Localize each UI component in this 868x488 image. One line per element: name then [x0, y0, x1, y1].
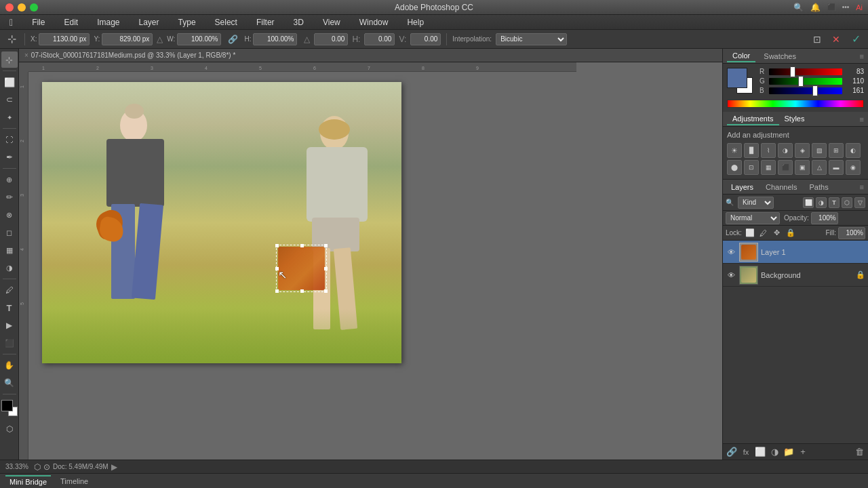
hue-sat-adj[interactable]: ▧	[812, 143, 827, 158]
path-select-tool[interactable]: ▶	[1, 317, 18, 333]
x-input[interactable]	[39, 33, 90, 45]
fg-swatch[interactable]	[727, 68, 747, 88]
marquee-rect-tool[interactable]: ⬜	[1, 74, 18, 90]
selective-color-adj[interactable]: ◉	[846, 160, 861, 175]
y-input[interactable]	[102, 33, 153, 45]
h2-input[interactable]	[364, 33, 395, 45]
interpolation-select[interactable]: Bicubic Bilinear Nearest Neighbor	[496, 33, 567, 45]
add-mask-button[interactable]: ⬜	[754, 446, 766, 458]
new-adjustment-button[interactable]: ◑	[768, 446, 781, 458]
menu-image[interactable]: Image	[93, 16, 123, 28]
background-visibility[interactable]: 👁	[726, 270, 736, 281]
exposure-adj[interactable]: ◑	[778, 143, 793, 158]
levels-adj[interactable]: ▉	[744, 143, 759, 158]
gradient-tool[interactable]: ▦	[1, 242, 18, 258]
color-spectrum[interactable]	[727, 100, 864, 108]
v-input[interactable]	[410, 33, 441, 45]
fill-input[interactable]	[838, 227, 865, 239]
tab-color[interactable]: Color	[727, 50, 755, 62]
color-lookup-adj[interactable]: ▦	[761, 160, 776, 175]
crop-tool[interactable]: ⛶	[1, 131, 18, 148]
filter-adj-icon[interactable]: ◑	[816, 197, 827, 208]
vibrance-adj[interactable]: ◈	[795, 143, 810, 158]
notification-icon[interactable]: 🔔	[810, 3, 821, 12]
clone-stamp-tool[interactable]: ⊗	[1, 207, 18, 223]
filter-shape-icon[interactable]: ⬡	[842, 197, 852, 208]
menu-3d[interactable]: 3D	[290, 16, 308, 28]
brush-preview-icon[interactable]: ⊙	[43, 462, 50, 472]
tab-timeline[interactable]: Timeline	[56, 476, 92, 487]
spotlight-icon[interactable]: 🔍	[793, 3, 804, 12]
w-input[interactable]	[177, 33, 221, 45]
menu-select[interactable]: Select	[211, 16, 241, 28]
tab-adjustments[interactable]: Adjustments	[727, 113, 779, 125]
color-panel-menu[interactable]: ≡	[860, 52, 864, 60]
delete-layer-button[interactable]: 🗑	[853, 446, 865, 458]
minimize-button[interactable]	[18, 3, 26, 12]
new-layer-button[interactable]: +	[797, 446, 809, 458]
eraser-tool[interactable]: ◻	[1, 224, 18, 241]
canvas-viewport[interactable]: ↖	[28, 72, 576, 460]
adj-panel-menu[interactable]: ≡	[860, 115, 864, 123]
layer1-visibility[interactable]: 👁	[726, 247, 736, 258]
photo-filter-adj[interactable]: ⬤	[727, 160, 742, 175]
brush-tool[interactable]: ✏	[1, 189, 18, 205]
filter-type-icon[interactable]: T	[829, 197, 840, 208]
gradient-map-adj[interactable]: ▬	[829, 160, 844, 175]
r-thumb[interactable]	[790, 66, 795, 77]
close-button[interactable]	[5, 3, 14, 12]
lock-all-icon[interactable]: 🔒	[785, 228, 796, 239]
brightness-contrast-adj[interactable]: ☀	[727, 143, 742, 158]
link-layers-button[interactable]: 🔗	[726, 446, 738, 458]
menu-window[interactable]: Window	[355, 16, 393, 28]
layers-panel-menu[interactable]: ≡	[860, 183, 864, 191]
menu-help[interactable]: Help	[403, 16, 428, 28]
cancel-transform-button[interactable]: ✕	[829, 32, 844, 47]
lock-image-icon[interactable]: 🖊	[758, 228, 769, 239]
r-slider[interactable]	[769, 68, 842, 75]
menu-apple[interactable]: 	[5, 16, 17, 29]
opacity-input[interactable]	[811, 212, 838, 224]
menu-edit[interactable]: Edit	[60, 16, 82, 28]
filter-smart-icon[interactable]: ▽	[854, 197, 865, 208]
layer-filter-select[interactable]: Kind Name Effect	[738, 197, 774, 209]
zoom-tool[interactable]: 🔍	[1, 375, 18, 391]
menu-layer[interactable]: Layer	[135, 16, 163, 28]
new-group-button[interactable]: 📁	[783, 446, 795, 458]
invert-adj[interactable]: ⬛	[778, 160, 793, 175]
tab-mini-bridge[interactable]: Mini Bridge	[5, 475, 51, 487]
quick-select-tool[interactable]: ✦	[1, 109, 18, 125]
menu-file[interactable]: File	[28, 16, 49, 28]
layer-item-background[interactable]: 👁 Background 🔒	[723, 264, 868, 287]
pen-tool[interactable]: 🖊	[1, 282, 18, 298]
lock-pixels-icon[interactable]: ⬜	[745, 228, 755, 239]
color-balance-adj[interactable]: ⊞	[829, 143, 844, 158]
shape-tool[interactable]: ⬛	[1, 335, 18, 351]
tab-layers[interactable]: Layers	[727, 182, 757, 192]
menu-view[interactable]: View	[319, 16, 344, 28]
h-input[interactable]	[253, 33, 297, 45]
lock-position-icon[interactable]: ✥	[772, 228, 783, 239]
play-button[interactable]: ▶	[111, 462, 117, 472]
g-slider[interactable]	[769, 78, 842, 85]
rotation-input[interactable]	[314, 33, 348, 45]
menu-filter[interactable]: Filter	[252, 16, 279, 28]
g-thumb[interactable]	[798, 76, 804, 87]
add-layer-style-button[interactable]: fx	[740, 446, 752, 458]
healing-brush-tool[interactable]: ⊕	[1, 171, 18, 188]
channel-mixer-adj[interactable]: ⊡	[744, 160, 759, 175]
blend-mode-select[interactable]: Normal Multiply Screen Overlay	[726, 212, 780, 224]
commit-transform-button[interactable]: ✓	[848, 31, 864, 47]
threshold-adj[interactable]: △	[812, 160, 827, 175]
quick-mask-button[interactable]: ⬡	[2, 422, 17, 436]
maximize-button[interactable]	[30, 3, 38, 12]
link-wh-button[interactable]: 🔗	[225, 32, 240, 47]
move-tool[interactable]: ⊹	[1, 52, 18, 68]
lasso-tool[interactable]: ⊂	[1, 92, 18, 108]
hand-tool[interactable]: ✋	[1, 357, 18, 373]
tab-swatches[interactable]: Swatches	[758, 51, 802, 62]
eyedropper-tool[interactable]: ✒	[1, 149, 18, 165]
dodge-tool[interactable]: ◑	[1, 260, 18, 276]
bw-adj[interactable]: ◐	[846, 143, 861, 158]
curves-adj[interactable]: ⌇	[761, 143, 776, 158]
